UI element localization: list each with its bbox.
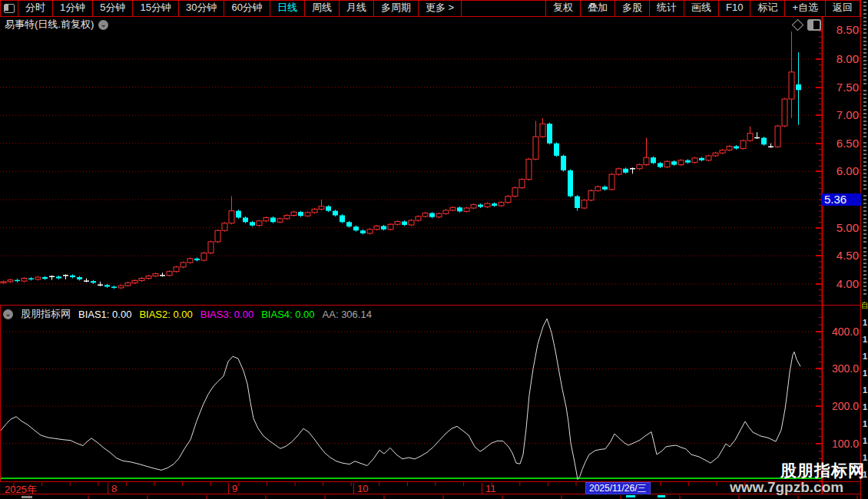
indicator-chevron-down-icon[interactable]: ⌄ [3, 309, 13, 319]
price-axis-label: 5.00 [823, 222, 859, 234]
sidebar-vertical-tab[interactable] [863, 2, 866, 34]
price-axis-label: 4.50 [823, 250, 859, 262]
symbol-header: 易事特(日线.前复权) ⌄ [5, 18, 108, 31]
sidebar-digit: 1 [863, 368, 867, 378]
last-date-tag: 2025/11/26/三 [585, 482, 651, 494]
toolbar-item-15分钟[interactable]: 15分钟 [133, 1, 178, 16]
toolbar-item-+自选[interactable]: +自选 [785, 1, 826, 16]
indicator-axis-label: 400.0 [823, 326, 859, 338]
period-toolbar: 分时1分钟5分钟15分钟30分钟60分钟日线周线月线多周期更多 > 复权叠加多股… [0, 0, 860, 17]
toolbar-item-F10[interactable]: F10 [719, 1, 750, 16]
sidebar-digit: 1 [863, 385, 867, 395]
price-axis-label: 7.00 [823, 109, 859, 121]
price-axis-label: 6.00 [823, 165, 859, 177]
toolbar-item-5分钟[interactable]: 5分钟 [93, 1, 133, 16]
toolbar-item-多周期[interactable]: 多周期 [374, 1, 419, 16]
symbol-title: 易事特(日线.前复权) [5, 18, 94, 31]
price-tag: 5.36 [822, 193, 863, 206]
indicator-value-BIAS1: BIAS1: 0.00 [78, 309, 131, 320]
sidebar-digit: 1 [863, 318, 867, 327]
sidebar-digit: 1 [863, 352, 867, 361]
indicator-value-BIAS2: BIAS2: 0.00 [139, 309, 192, 320]
indicator-value-BIAS4: BIAS4: 0.00 [261, 309, 314, 320]
collapsed-right-sidebar[interactable]: 自 1111111111 [861, 0, 868, 499]
toolbar-item-标记[interactable]: 标记 [750, 1, 785, 16]
price-axis-label: 8.50 [823, 24, 859, 36]
x-axis-month-label: 10 [357, 483, 368, 494]
toolbar-right-group: 复权叠加多股统计画线F10标记+自选返回 [545, 1, 860, 16]
toolbar-item-60分钟[interactable]: 60分钟 [224, 1, 270, 16]
x-axis-month-label: 9 [232, 483, 237, 494]
price-axis-label: 8.00 [823, 53, 859, 65]
toolbar-item-月线[interactable]: 月线 [340, 1, 374, 16]
chevron-down-icon[interactable]: ⌄ [98, 20, 108, 30]
x-axis-month-label: 8 [111, 483, 117, 494]
sidebar-vertical-tab[interactable] [863, 195, 866, 243]
sidebar-vertical-tab[interactable] [863, 142, 866, 191]
sidebar-digit: 1 [863, 436, 867, 445]
sidebar-vertical-tab[interactable] [863, 90, 866, 138]
candlestick-and-indicator-chart [0, 0, 868, 499]
indicator-axis-label: 200.0 [823, 400, 859, 412]
toolbar-item-30分钟[interactable]: 30分钟 [179, 1, 224, 16]
x-axis-year-label: 2025年 [5, 483, 37, 497]
split-window-icon [4, 4, 15, 13]
indicator-axis-label: 300.0 [823, 362, 859, 375]
toolbar-left-group: 分时1分钟5分钟15分钟30分钟60分钟日线周线月线多周期更多 > [0, 1, 462, 16]
toolbar-item-复权[interactable]: 复权 [545, 1, 581, 16]
price-axis-label: 4.00 [823, 278, 859, 290]
x-axis-month-label: 11 [485, 483, 496, 494]
chart-corner-controls [793, 19, 821, 31]
toolbar-item-多股[interactable]: 多股 [615, 1, 650, 16]
toolbar-item-周线[interactable]: 周线 [305, 1, 340, 16]
watermark-site-name: 股朋指标网 [780, 460, 865, 481]
sidebar-tab-label[interactable]: 自 [861, 300, 868, 311]
sidebar-vertical-tab[interactable] [863, 37, 866, 86]
toolbar-item-更多 >[interactable]: 更多 > [419, 1, 462, 16]
indicator-axis-label: 100.0 [823, 438, 859, 450]
indicator-header: ⌄ 股朋指标网 BIAS1: 0.00BIAS2: 0.00BIAS3: 0.0… [3, 307, 372, 321]
indicator-source-label: 股朋指标网 [21, 307, 71, 321]
sidebar-digit: 1 [863, 402, 867, 411]
pane-toggle-icon[interactable] [807, 19, 821, 31]
sidebar-vertical-tab[interactable] [863, 247, 866, 297]
watermark-site-url: www.7gpzb.com [730, 479, 843, 496]
indicator-value-BIAS3: BIAS3: 0.00 [200, 309, 253, 320]
trading-app-window: 分时1分钟5分钟15分钟30分钟60分钟日线周线月线多周期更多 > 复权叠加多股… [0, 0, 868, 499]
indicator-value-AA: AA: 306.14 [323, 309, 372, 320]
toolbar-item-统计[interactable]: 统计 [650, 1, 684, 16]
toolbar-item-画线[interactable]: 画线 [684, 1, 719, 16]
toolbar-item-1分钟[interactable]: 1分钟 [53, 1, 93, 16]
diamond-marker-icon[interactable] [792, 19, 804, 31]
sidebar-digit: 1 [863, 419, 867, 428]
toolbar-item-叠加[interactable]: 叠加 [581, 1, 615, 16]
sidebar-digit: 1 [863, 335, 867, 344]
price-axis-label: 6.50 [823, 137, 859, 150]
toolbar-item-日线[interactable]: 日线 [270, 1, 305, 16]
toolbar-item-返回[interactable]: 返回 [826, 1, 860, 16]
price-axis-label: 7.50 [823, 81, 859, 94]
layout-toggle-button[interactable] [0, 1, 18, 16]
toolbar-item-分时[interactable]: 分时 [18, 1, 53, 16]
